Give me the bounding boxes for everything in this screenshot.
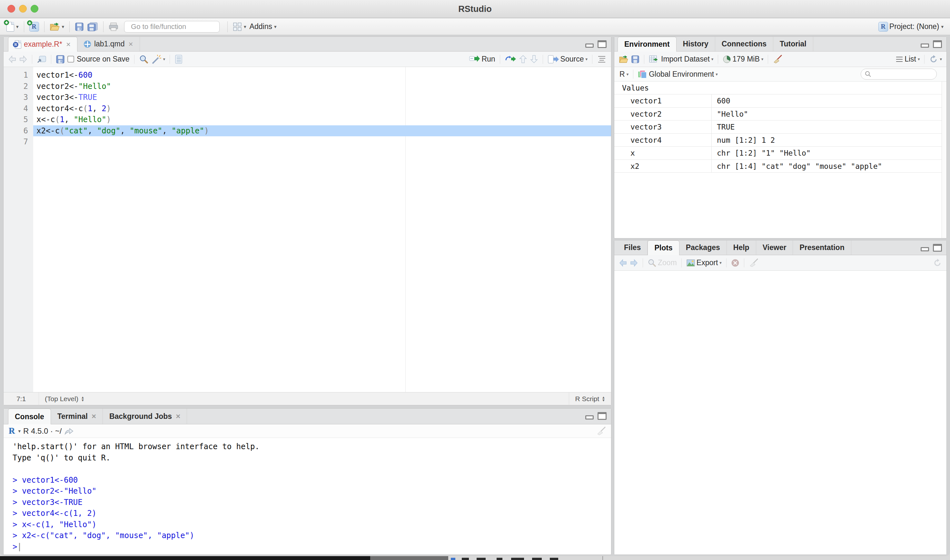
tab-connections[interactable]: Connections — [715, 37, 773, 51]
chevron-down-icon[interactable]: ▾ — [62, 24, 65, 30]
environment-variable-row[interactable]: vector1600 — [614, 94, 947, 108]
r-logo-icon[interactable]: R — [9, 426, 15, 436]
tab-background-jobs[interactable]: Background Jobs × — [103, 409, 187, 424]
document-outline-icon[interactable] — [597, 55, 606, 63]
find-replace-icon[interactable] — [139, 54, 149, 64]
tab-presentation[interactable]: Presentation — [793, 240, 851, 255]
memory-usage-button[interactable]: 179 MiB ▾ — [723, 55, 763, 63]
export-plot-button[interactable]: Export ▾ — [686, 258, 722, 267]
close-icon[interactable]: × — [176, 412, 180, 421]
goto-file-function-box[interactable] — [124, 21, 220, 32]
environment-selector[interactable]: Global Environment ▾ — [638, 69, 718, 79]
close-icon[interactable]: × — [92, 412, 96, 421]
environment-variable-row[interactable]: vector2"Hello" — [614, 108, 947, 121]
rerun-icon[interactable] — [505, 55, 516, 63]
go-to-previous-chunk-icon[interactable] — [519, 55, 527, 64]
tab-environment[interactable]: Environment — [617, 37, 677, 52]
environment-variable-row[interactable]: xchr [1:2] "1" "Hello" — [614, 147, 947, 160]
environment-search-box[interactable] — [861, 69, 937, 80]
environment-variable-row[interactable]: vector4num [1:2] 1 2 — [614, 134, 947, 147]
source-on-save-checkbox[interactable] — [67, 56, 74, 63]
open-file-button[interactable]: ▾ — [50, 22, 65, 31]
clear-console-broom-icon[interactable] — [596, 426, 606, 436]
maximize-pane-icon[interactable] — [933, 40, 942, 48]
chevron-down-icon[interactable]: ▾ — [585, 57, 588, 62]
save-workspace-icon[interactable] — [631, 55, 640, 63]
chevron-down-icon[interactable]: ▾ — [244, 24, 246, 30]
pane-layout-button[interactable]: ▾ — [233, 22, 246, 31]
variable-value: chr [1:2] "1" "Hello" — [712, 147, 947, 160]
tab-plots[interactable]: Plots — [648, 240, 679, 255]
next-plot-icon[interactable] — [630, 259, 638, 267]
maximize-pane-icon[interactable] — [933, 244, 942, 252]
tab-viewer[interactable]: Viewer — [756, 240, 793, 255]
view-working-directory-icon[interactable] — [64, 427, 74, 435]
goto-file-function-input[interactable] — [131, 23, 224, 31]
tab-help[interactable]: Help — [727, 240, 756, 255]
chevron-down-icon[interactable]: ▾ — [16, 24, 19, 30]
list-view-button[interactable]: List ▾ — [896, 55, 920, 63]
close-icon[interactable]: × — [66, 40, 71, 49]
save-icon[interactable] — [56, 55, 65, 64]
save-all-button[interactable] — [87, 22, 98, 32]
environment-scrollbar[interactable] — [942, 82, 947, 238]
load-workspace-icon[interactable] — [619, 55, 629, 63]
minimize-pane-icon[interactable] — [921, 247, 929, 251]
back-icon[interactable] — [8, 55, 17, 63]
compile-report-icon[interactable] — [174, 54, 183, 64]
code-line[interactable]: vector3<-TRUE — [33, 92, 611, 103]
code-line[interactable]: vector4<-c(1, 2) — [33, 103, 611, 114]
environment-variable-row[interactable]: vector3TRUE — [614, 120, 947, 134]
save-button[interactable] — [75, 22, 84, 31]
tab-files[interactable]: Files — [617, 240, 648, 255]
tab-packages[interactable]: Packages — [679, 240, 727, 255]
code-line[interactable] — [33, 136, 611, 148]
import-dataset-label: Import Dataset — [661, 55, 710, 63]
minimize-pane-icon[interactable] — [585, 415, 594, 420]
code-line[interactable]: vector1<-600 — [33, 69, 611, 81]
code-line[interactable]: x2<-c("cat", "dog", "mouse", "apple") — [33, 125, 611, 137]
minimize-pane-icon[interactable] — [921, 43, 929, 48]
code-tools-button[interactable]: ▾ — [151, 54, 165, 64]
environment-search-input[interactable] — [874, 70, 933, 78]
source-button[interactable]: Source ▾ — [547, 55, 588, 64]
tab-lab1-qmd[interactable]: lab1.qmd × — [77, 37, 140, 51]
import-dataset-button[interactable]: Import Dataset ▾ — [649, 55, 713, 63]
maximize-pane-icon[interactable] — [598, 40, 606, 48]
new-file-button[interactable]: ▾ — [6, 22, 19, 32]
environment-variable-row[interactable]: x2chr [1:4] "cat" "dog" "mouse" "apple" — [614, 160, 947, 173]
code-editor[interactable]: 1234567 vector1<-600vector2<-"Hello"vect… — [3, 67, 611, 392]
addins-button[interactable]: Addins ▾ — [250, 22, 277, 31]
run-button[interactable]: Run — [469, 55, 495, 63]
tab-terminal[interactable]: Terminal × — [51, 409, 103, 424]
new-project-button[interactable]: R — [29, 22, 39, 32]
console-prompt-line[interactable]: > — [12, 541, 611, 552]
tab-history[interactable]: History — [677, 37, 715, 51]
language-selector[interactable]: R ▾ — [620, 70, 629, 78]
forward-icon[interactable] — [19, 55, 28, 63]
scope-selector[interactable]: (Top Level) ▲▼ — [39, 395, 90, 403]
minimize-pane-icon[interactable] — [585, 43, 594, 48]
code-line[interactable]: vector2<-"Hello" — [33, 81, 611, 92]
clear-plots-broom-icon[interactable] — [749, 258, 759, 268]
project-menu-button[interactable]: R Project: (None) ▾ — [878, 22, 944, 32]
close-icon[interactable]: × — [129, 40, 133, 49]
print-button[interactable] — [109, 22, 118, 31]
tab-example-r[interactable]: R example.R* × — [8, 37, 77, 52]
open-in-new-window-icon[interactable] — [37, 55, 46, 64]
tab-tutorial[interactable]: Tutorial — [773, 37, 813, 51]
previous-plot-icon[interactable] — [619, 259, 627, 267]
refresh-environment-button[interactable]: ▾ — [929, 55, 942, 64]
run-icon — [469, 55, 480, 63]
chevron-down-icon[interactable]: ▾ — [19, 428, 21, 434]
console-output[interactable]: 'help.start()' for an HTML browser inter… — [3, 438, 611, 554]
clear-objects-broom-icon[interactable] — [773, 54, 782, 64]
zoom-plot-button[interactable]: Zoom — [648, 258, 677, 268]
code-line[interactable]: x<-c(1, "Hello") — [33, 114, 611, 125]
tab-console[interactable]: Console — [8, 409, 51, 425]
maximize-pane-icon[interactable] — [598, 412, 606, 420]
remove-plot-icon[interactable] — [731, 259, 739, 267]
refresh-plot-icon[interactable] — [933, 258, 942, 268]
go-to-next-chunk-icon[interactable] — [530, 55, 538, 64]
file-type-selector[interactable]: R Script ▲▼ — [569, 392, 611, 405]
